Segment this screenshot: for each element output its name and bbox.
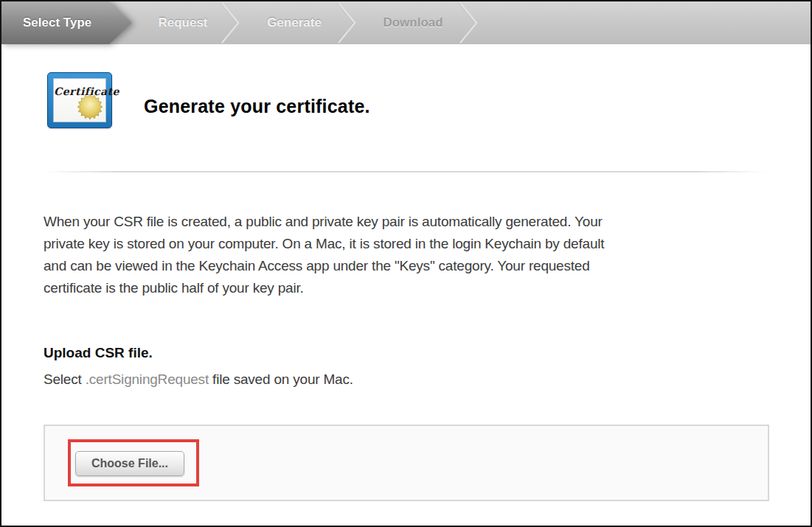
- instruction-prefix: Select: [44, 371, 86, 387]
- step-select-type[interactable]: Select Type: [1, 1, 134, 44]
- active-step-arrow: Select Type: [1, 1, 132, 44]
- certificate-icon: Certificate: [47, 72, 112, 128]
- chevron-separator-icon: [458, 1, 479, 44]
- seal-icon: [77, 94, 103, 119]
- step-progress-bar: Select Type Request Generate Download: [1, 1, 811, 44]
- certificate-icon-paper: Certificate: [53, 78, 106, 122]
- step-select-type-label: Select Type: [23, 1, 91, 44]
- csr-description-paragraph: When your CSR file is created, a public …: [44, 211, 604, 299]
- paragraph-line: and can be viewed in the Keychain Access…: [44, 255, 604, 277]
- page-title: Generate your certificate.: [144, 96, 370, 117]
- file-upload-panel: Choose File...: [44, 425, 769, 501]
- step-download[interactable]: Download: [354, 1, 472, 44]
- upload-csr-instruction: Select .certSigningRequest file saved on…: [44, 371, 353, 388]
- step-generate[interactable]: Generate: [235, 1, 353, 44]
- upload-csr-heading: Upload CSR file.: [44, 345, 153, 361]
- instruction-suffix: file saved on your Mac.: [209, 371, 353, 387]
- certificate-wizard-page: Select Type Request Generate Download Ce…: [0, 0, 812, 527]
- section-divider: [44, 171, 768, 172]
- paragraph-line: When your CSR file is created, a public …: [44, 211, 604, 233]
- csr-filename-text: .certSigningRequest: [86, 371, 209, 387]
- choose-file-button[interactable]: Choose File...: [75, 451, 184, 476]
- paragraph-line: certificate is the public half of your k…: [44, 277, 604, 299]
- paragraph-line: private key is stored on your computer. …: [44, 233, 604, 255]
